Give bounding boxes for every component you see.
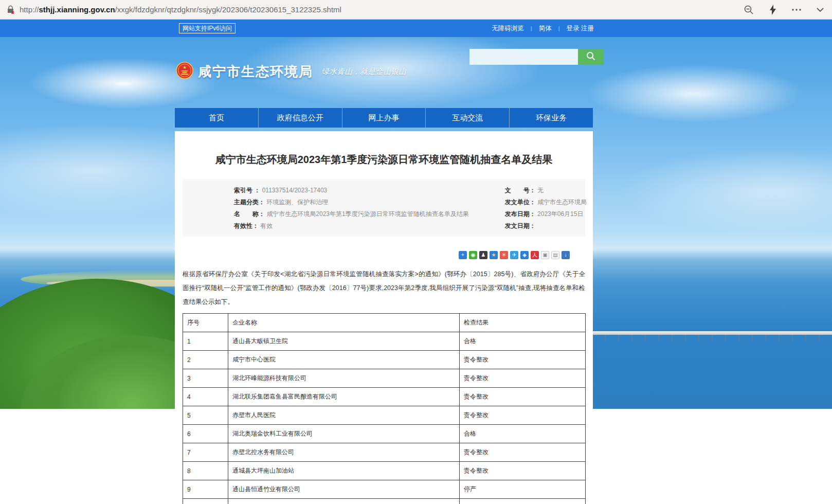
meta-row-right: 发布日期： 2023年06月15日 [469, 208, 587, 220]
table-cell: 2 [183, 351, 228, 369]
meta-value: 011337514/2023-17403 [262, 187, 328, 194]
table-row: 8通城县大坪南山加油站责令整改 [183, 462, 586, 480]
table-header-cell: 检查结果 [460, 314, 586, 332]
meta-label: 主题分类： [234, 199, 265, 206]
document-meta-grid: 索引号 ： 011337514/2023-17403文 号： 无主题分类： 环境… [183, 185, 585, 232]
ipv6-badge: 网站支持IPv6访问 [179, 23, 236, 33]
print-icon[interactable]: ▤ [551, 251, 559, 259]
nav-item-gov-info[interactable]: 政府信息公开 [259, 108, 342, 128]
sina-weibo-icon[interactable]: ☀ [500, 251, 508, 259]
url-scheme: http:// [20, 5, 39, 14]
meta-label: 发布日期： [505, 210, 536, 218]
meta-label: 文 号： [505, 187, 536, 194]
meta-label: 发文日期： [505, 222, 536, 229]
table-cell: 合格 [460, 499, 586, 504]
svg-text:★: ★ [183, 65, 187, 70]
table-cell: 通山伟旗养殖有限责任公司 [228, 499, 460, 504]
nav-item-env-business[interactable]: 环保业务 [510, 108, 593, 128]
site-logo[interactable]: ★ 咸宁市生态环境局 绿水青山，就是金山银山 [176, 62, 406, 81]
meta-value: 环境监测、保护和治理 [266, 199, 328, 206]
article-card: 咸宁市生态环境局2023年第1季度污染源日常环境监管随机抽查名单及结果 索引号 … [175, 131, 593, 504]
share-more-icon[interactable]: + [459, 251, 467, 259]
meta-row-right: 发文单位： 咸宁市生态环境局 [469, 196, 587, 208]
table-row: 7赤壁北控水务有限公司责令整改 [183, 443, 586, 462]
address-bar[interactable]: http://sthjj.xianning.gov.cn/xxgk/fdzdgk… [20, 5, 341, 14]
wechat-icon[interactable]: ◉ [469, 251, 477, 259]
table-cell: 8 [183, 462, 228, 480]
flash-icon[interactable] [769, 5, 776, 15]
table-header-cell: 序号 [183, 314, 228, 332]
meta-row-left: 名 称： 咸宁市生态环境局2023年第1季度污染源日常环境监管随机抽查名单及结果 [183, 208, 469, 220]
nav-item-home[interactable]: 首页 [175, 108, 259, 128]
nav-item-online-services[interactable]: 网上办事 [342, 108, 426, 128]
meta-value: 咸宁市生态环境局2023年第1季度污染源日常环境监管随机抽查名单及结果 [266, 210, 468, 218]
table-cell: 责令整改 [460, 388, 586, 406]
table-cell: 湖北联乐集团嘉鱼县富民酿造有限公司 [228, 388, 460, 406]
simplified-chinese-link[interactable]: 简体 [539, 24, 552, 33]
document-meta-panel: 索引号 ： 011337514/2023-17403文 号： 无主题分类： 环境… [183, 179, 585, 237]
search-input[interactable] [469, 49, 578, 65]
search-icon [586, 51, 595, 62]
zoom-out-icon[interactable] [744, 5, 754, 15]
login-register-link[interactable]: 登录 注册 [567, 24, 594, 33]
meta-value: 有效 [260, 222, 273, 229]
table-cell: 湖北奥瑞金饮料工业有限公司 [228, 425, 460, 443]
table-header-row: 序号企业名称检查结果 [183, 314, 586, 332]
table-cell: 4 [183, 388, 228, 406]
table-row: 5赤壁市人民医院责令整改 [183, 406, 586, 425]
meta-value: 咸宁市生态环境局 [537, 199, 587, 206]
site-slogan: 绿水青山，就是金山银山 [321, 67, 406, 77]
site-top-bar: 网站支持IPv6访问 无障碍浏览 | 简体 | 登录 注册 [0, 20, 832, 37]
renren-icon[interactable]: 人 [531, 251, 539, 259]
table-cell: 5 [183, 406, 228, 425]
table-cell: 咸宁市中心医院 [228, 351, 460, 369]
table-cell: 责令整改 [460, 406, 586, 425]
download-icon[interactable]: ↓ [562, 251, 570, 259]
meta-label: 有效性： [234, 222, 259, 229]
meta-row-left: 主题分类： 环境监测、保护和治理 [183, 196, 469, 208]
table-cell: 通城县大坪南山加油站 [228, 462, 460, 480]
table-cell: 责令整改 [460, 443, 586, 462]
link-separator: | [531, 25, 532, 31]
table-row: 1通山县大畈镇卫生院合格 [183, 332, 586, 351]
search-box [469, 49, 604, 65]
table-cell: 3 [183, 369, 228, 388]
table-row: 6湖北奥瑞金饮料工业有限公司合格 [183, 425, 586, 443]
table-cell: 9 [183, 480, 228, 499]
browser-actions [744, 5, 824, 15]
national-emblem-icon: ★ [176, 62, 193, 81]
main-nav: 首页 政府信息公开 网上办事 互动交流 环保业务 [175, 108, 593, 128]
qq-icon[interactable]: ♟ [479, 251, 487, 259]
meta-label: 名 称： [234, 210, 265, 218]
table-cell: 10 [183, 499, 228, 504]
table-cell: 7 [183, 443, 228, 462]
table-cell: 1 [183, 332, 228, 351]
copy-icon[interactable]: ▣ [541, 251, 549, 259]
table-cell: 湖北环峰能源科技有限公司 [228, 369, 460, 388]
meta-row-right: 发文日期： [469, 220, 587, 232]
table-cell: 合格 [460, 332, 586, 351]
table-row: 4湖北联乐集团嘉鱼县富民酿造有限公司责令整改 [183, 388, 586, 406]
share-app-icon[interactable]: ◈ [520, 251, 529, 259]
table-cell: 赤壁市人民医院 [228, 406, 460, 425]
table-row: 9通山县恒通竹业有限公司停产 [183, 480, 586, 499]
meta-label: 发文单位： [505, 199, 536, 206]
article-paragraph: 根据原省环保厅办公室《关于印发<湖北省污染源日常环境监管随机抽查落实方案>的通知… [183, 267, 585, 309]
chevron-down-icon[interactable] [817, 8, 824, 12]
main-column: ★ 咸宁市生态环境局 绿水青山，就是金山银山 首页 政府信息公开 [175, 37, 593, 504]
nav-item-interaction[interactable]: 互动交流 [426, 108, 510, 128]
meta-row-left: 索引号 ： 011337514/2023-17403 [183, 185, 469, 196]
table-cell: 停产 [460, 480, 586, 499]
inspection-results-table: 序号企业名称检查结果 1通山县大畈镇卫生院合格2咸宁市中心医院责令整改3湖北环峰… [183, 313, 586, 504]
search-button[interactable] [578, 49, 604, 65]
qzone-icon[interactable]: ★ [490, 251, 498, 259]
meta-value: 无 [537, 187, 544, 194]
more-menu-icon[interactable] [792, 9, 801, 11]
browser-toolbar: http://sthjj.xianning.gov.cn/xxgk/fdzdgk… [0, 0, 832, 20]
insecure-lock-icon [7, 5, 14, 14]
tencent-weibo-icon[interactable]: ✈ [510, 251, 518, 259]
url-path: /xxgk/fdzdgknr/qtzdgknr/ssjygk/202306/t2… [115, 5, 341, 14]
table-cell: 责令整改 [460, 351, 586, 369]
share-toolbar: +◉♟★☀✈◈人▣▤↓ [175, 237, 593, 259]
accessibility-link[interactable]: 无障碍浏览 [492, 24, 524, 33]
